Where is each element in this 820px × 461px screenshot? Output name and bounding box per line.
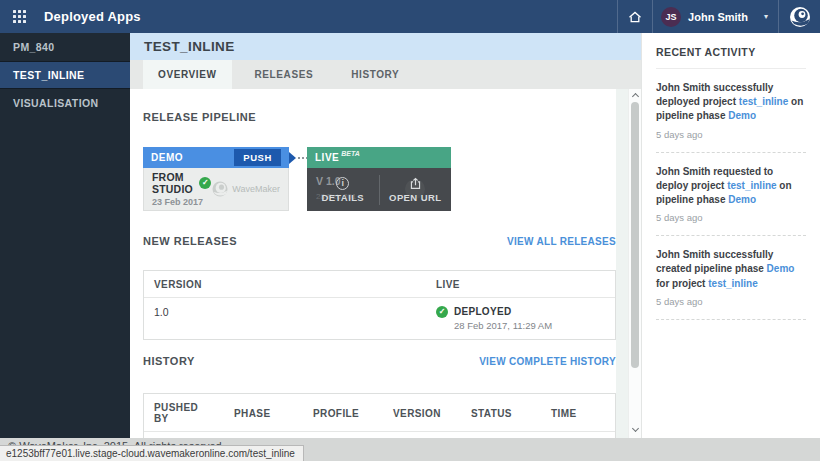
push-button[interactable]: PUSH [234,149,281,166]
column-pushed-by: PUSHED BY [144,394,224,432]
activity-text: John Smith successfully created pipeline… [656,248,806,291]
tab-overview[interactable]: OVERVIEW [143,60,232,89]
from-studio-label: FROM STUDIO [152,171,195,195]
activity-item: John Smith requested to deploy project t… [656,165,806,237]
scroll-down-button[interactable] [632,425,639,432]
user-name: John Smith [688,11,748,23]
sidebar-item-label: VISUALISATION [13,97,99,109]
sidebar-item-test-inline[interactable]: TEST_INLINE [0,61,130,89]
activity-timestamp: 5 days ago [656,212,806,223]
sidebar-item-visualisation[interactable]: VISUALISATION [0,89,130,117]
user-menu[interactable]: JS John Smith ▾ [653,0,778,33]
deployed-time: 28 Feb 2017, 11:29 AM [454,320,552,331]
brand-logo[interactable] [779,0,820,33]
activity-timestamp: 5 days ago [656,296,806,307]
view-all-releases-link[interactable]: VIEW ALL RELEASES [507,236,616,247]
new-releases-header-row: NEW RELEASES VIEW ALL RELEASES [143,235,616,247]
phase-link[interactable]: Demo [728,110,756,121]
activity-text-part: John Smith successfully created pipeline… [656,249,773,274]
deployed-apps-screen: Deployed Apps JS John Smith ▾ [0,0,820,461]
live-card-body: V 1.0 28 Feb 2017 i DETAILS OPEN URL [307,168,451,211]
column-live: LIVE [426,271,615,298]
recent-activity-panel: RECENT ACTIVITY John Smith successfully … [641,33,820,438]
open-url-label: OPEN URL [389,192,441,203]
recent-activity-heading: RECENT ACTIVITY [656,46,806,69]
green-check-icon: ✓ [199,177,211,189]
share-export-icon [409,177,422,190]
chevron-down-icon: ▾ [764,12,768,21]
column-status: STATUS [461,394,541,432]
column-version: VERSION [144,271,426,298]
live-phase-label: LIVE [315,152,339,163]
activity-item: John Smith successfully deployed project… [656,81,806,153]
home-button[interactable] [618,0,652,33]
table-header-row: VERSION LIVE [144,271,615,298]
new-releases-heading: NEW RELEASES [143,235,237,247]
activity-text-part: for project [656,278,708,289]
beta-badge: BETA [341,150,360,157]
column-phase: PHASE [224,394,303,432]
wavemaker-swan-icon [788,5,812,29]
project-link[interactable]: test_inline [739,96,788,107]
scrollbar-thumb[interactable] [631,102,639,368]
wavemaker-watermark-text: WaveMaker [232,184,280,194]
deployed-status: DEPLOYED [454,306,552,317]
app-title: Deployed Apps [44,9,141,24]
status-url-tooltip: e1253bff77e01.live.stage-cloud.wavemaker… [0,445,304,461]
history-header-row: HISTORY VIEW COMPLETE HISTORY [143,355,616,367]
wavemaker-swan-icon [211,180,229,198]
tab-bar: OVERVIEW RELEASES HISTORY [130,60,641,89]
phase-link[interactable]: Demo [767,263,795,274]
activity-text: John Smith successfully deployed project… [656,81,806,124]
sidebar-item-pm-840[interactable]: PM_840 [0,33,130,61]
topbar-right: JS John Smith ▾ [617,0,820,33]
details-button[interactable]: i DETAILS [307,168,379,211]
sidebar: PM_840 TEST_INLINE VISUALISATION [0,33,130,438]
push-arrow-icon [289,152,296,164]
sidebar-item-label: TEST_INLINE [13,69,85,81]
wavemaker-watermark: WaveMaker [211,180,280,198]
app-grid-icon[interactable] [13,10,26,23]
new-releases-table: VERSION LIVE 1.0 ✓ DEPLOYED 28 Feb 2017 [143,270,616,340]
view-complete-history-link[interactable]: VIEW COMPLETE HISTORY [479,356,616,367]
history-table: PUSHED BY PHASE PROFILE VERSION STATUS T… [143,393,616,438]
sidebar-item-label: PM_840 [13,41,55,53]
page-title: TEST_INLINE [144,39,235,54]
demo-date: 23 Feb 2017 [152,197,211,207]
pipeline-card-demo: DEMO PUSH FROM STUDIO ✓ 23 Feb 2017 [143,147,289,211]
page-header: TEST_INLINE [130,33,641,60]
pane-margin-strip [616,89,628,438]
overview-pane: RELEASE PIPELINE DEMO PUSH FROM STUDIO ✓… [130,89,628,438]
column-time: TIME [541,394,615,432]
release-version: 1.0 [144,298,426,340]
vertical-scrollbar [628,89,641,438]
pipeline-card-live: LIVE BETA V 1.0 28 Feb 2017 i DETAILS O [307,147,451,211]
phase-link[interactable]: Demo [728,194,756,205]
demo-card-header: DEMO PUSH [143,147,289,168]
deployed-cell: ✓ DEPLOYED 28 Feb 2017, 11:29 AM [436,306,605,331]
demo-card-body: FROM STUDIO ✓ 23 Feb 2017 WaveMaker [143,168,289,211]
project-link[interactable]: test_inline [708,278,757,289]
tab-history[interactable]: HISTORY [336,60,414,89]
tab-releases[interactable]: RELEASES [240,60,329,89]
history-heading: HISTORY [143,355,195,367]
column-version: VERSION [383,394,461,432]
activity-timestamp: 5 days ago [656,129,806,140]
green-check-icon: ✓ [436,306,448,318]
table-row: 1.0 ✓ DEPLOYED 28 Feb 2017, 11:29 AM [144,298,615,340]
status-url-text: e1253bff77e01.live.stage-cloud.wavemaker… [6,448,295,459]
live-card-header: LIVE BETA [307,147,451,168]
project-link[interactable]: test_inline [727,180,776,191]
activity-text: John Smith requested to deploy project t… [656,165,806,208]
activity-item: John Smith successfully created pipeline… [656,248,806,320]
avatar: JS [661,7,681,27]
details-label: DETAILS [321,192,364,203]
info-circle-icon: i [336,177,349,190]
column-profile: PROFILE [303,394,383,432]
scroll-up-button[interactable] [632,93,639,100]
open-url-button[interactable]: OPEN URL [380,168,452,211]
topbar: Deployed Apps JS John Smith ▾ [0,0,820,33]
demo-phase-label: DEMO [151,152,183,163]
table-header-row: PUSHED BY PHASE PROFILE VERSION STATUS T… [144,394,615,432]
home-icon [627,9,643,25]
